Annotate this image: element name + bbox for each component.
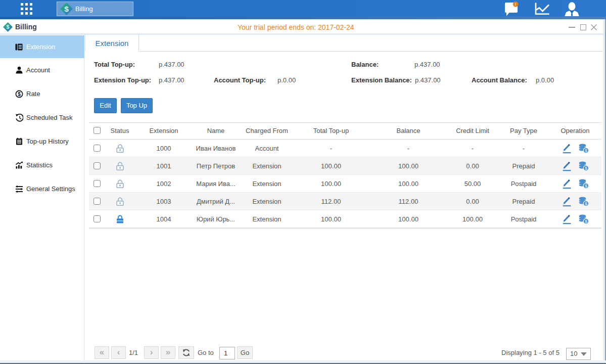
svg-text:!: ! — [515, 2, 517, 7]
svg-text:$: $ — [585, 219, 587, 224]
svg-text:$: $ — [585, 201, 587, 206]
svg-text:$: $ — [585, 166, 587, 171]
svg-text:$: $ — [585, 148, 587, 153]
svg-text:$: $ — [18, 92, 21, 97]
svg-text:$: $ — [7, 24, 10, 30]
svg-text:$: $ — [64, 5, 69, 13]
svg-text:$: $ — [585, 184, 587, 189]
